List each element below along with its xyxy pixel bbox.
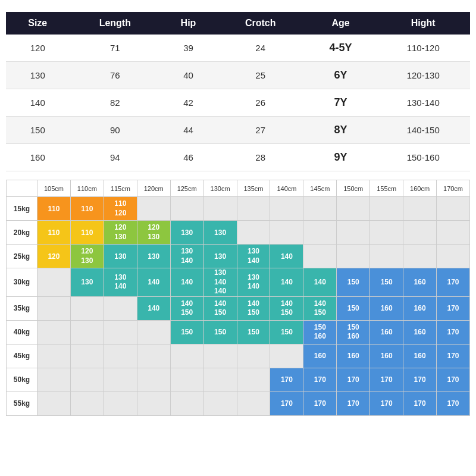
grid-cell: 140150 <box>237 296 270 320</box>
grid-cell: 130 <box>203 245 237 268</box>
grid-weight-label: 45kg <box>7 344 37 368</box>
cell-hip: 40 <box>161 62 216 89</box>
cell-crotch: 26 <box>216 89 305 117</box>
grid-cell <box>37 320 71 344</box>
grid-cell: 130 <box>104 245 137 268</box>
cell-length: 94 <box>69 144 161 171</box>
grid-cell <box>303 221 337 245</box>
cell-crotch: 25 <box>216 62 305 89</box>
grid-cell: 130140 <box>104 268 137 297</box>
grid-cell: 120130 <box>70 245 104 268</box>
grid-cell: 170 <box>437 344 470 368</box>
grid-row: 50kg170170170170170170 <box>7 368 470 392</box>
grid-cell: 110 <box>70 197 104 221</box>
grid-cell: 160 <box>370 320 403 344</box>
grid-weight-label: 40kg <box>7 320 37 344</box>
grid-cell <box>337 245 370 268</box>
grid-cell <box>437 221 470 245</box>
grid-cell <box>270 344 303 368</box>
grid-cell: 160 <box>337 344 370 368</box>
grid-cell <box>70 344 104 368</box>
cell-age: 7Y <box>305 89 377 117</box>
cell-age: 4-5Y <box>305 35 377 62</box>
table-row: 1509044278Y140-150 <box>6 117 470 144</box>
grid-cell <box>170 392 203 415</box>
grid-cell: 170 <box>370 368 403 392</box>
grid-cell <box>237 221 270 245</box>
cell-hip: 39 <box>161 35 216 62</box>
cell-size: 130 <box>6 62 69 89</box>
grid-cell <box>170 197 203 221</box>
col-header-hight: Hight <box>376 12 470 35</box>
grid-cell <box>104 296 137 320</box>
grid-cell: 170 <box>303 368 337 392</box>
grid-cell <box>137 197 170 221</box>
grid-cell: 120130 <box>104 221 137 245</box>
cell-hip: 44 <box>161 117 216 144</box>
grid-row: 45kg160160160160170 <box>7 344 470 368</box>
cell-age: 6Y <box>305 62 377 89</box>
grid-cell: 170 <box>337 368 370 392</box>
grid-height-header: 140cm <box>270 180 303 197</box>
grid-cell: 170 <box>437 392 470 415</box>
cell-size: 160 <box>6 144 69 171</box>
cell-size: 150 <box>6 117 69 144</box>
grid-cell <box>370 221 403 245</box>
grid-cell: 140 <box>137 296 170 320</box>
grid-cell: 140 <box>170 268 203 297</box>
grid-cell: 140 <box>270 268 303 297</box>
grid-cell: 160 <box>403 320 437 344</box>
cell-age: 9Y <box>305 144 377 171</box>
cell-hight: 120-130 <box>376 62 470 89</box>
table-row: 1408242267Y130-140 <box>6 89 470 117</box>
grid-cell: 130 <box>137 245 170 268</box>
cell-age: 8Y <box>305 117 377 144</box>
grid-cell <box>37 268 71 297</box>
grid-cell <box>137 368 170 392</box>
grid-height-header: 170cm <box>437 180 470 197</box>
col-header-length: Length <box>69 12 161 35</box>
grid-cell <box>237 392 270 415</box>
grid-cell <box>337 221 370 245</box>
cell-hip: 42 <box>161 89 216 117</box>
cell-length: 82 <box>69 89 161 117</box>
grid-cell: 130 <box>203 221 237 245</box>
grid-cell: 170 <box>437 296 470 320</box>
grid-cell <box>403 221 437 245</box>
grid-row: 40kg150150150150150160150160160160170 <box>7 320 470 344</box>
grid-cell <box>437 197 470 221</box>
table-row: 1609446289Y150-160 <box>6 144 470 171</box>
grid-cell: 170 <box>437 320 470 344</box>
grid-height-header: 145cm <box>303 180 337 197</box>
cell-hight: 130-140 <box>376 89 470 117</box>
grid-cell <box>170 344 203 368</box>
cell-length: 76 <box>69 62 161 89</box>
grid-cell: 120130 <box>137 221 170 245</box>
grid-cell <box>37 368 71 392</box>
cell-size: 120 <box>6 35 69 62</box>
grid-cell <box>137 320 170 344</box>
col-header-hip: Hip <box>161 12 216 35</box>
grid-cell: 110 <box>37 221 71 245</box>
grid-cell: 170 <box>270 368 303 392</box>
grid-row: 55kg170170170170170170 <box>7 392 470 415</box>
grid-cell: 170 <box>403 392 437 415</box>
grid-cell: 110 <box>37 197 71 221</box>
cell-crotch: 24 <box>216 35 305 62</box>
grid-cell: 170 <box>437 268 470 297</box>
grid-height-header: 115cm <box>104 180 137 197</box>
grid-cell <box>403 197 437 221</box>
grid-row: 35kg140140150140150140150140150140150150… <box>7 296 470 320</box>
cell-hight: 110-120 <box>376 35 470 62</box>
grid-cell <box>370 245 403 268</box>
grid-table: 105cm110cm115cm120cm125cm130cm135cm140cm… <box>6 180 470 416</box>
grid-height-header: 120cm <box>137 180 170 197</box>
grid-cell <box>104 344 137 368</box>
grid-cell: 160 <box>403 268 437 297</box>
grid-cell <box>303 197 337 221</box>
grid-cell: 140 <box>270 245 303 268</box>
grid-cell: 140150 <box>203 296 237 320</box>
grid-cell <box>203 392 237 415</box>
grid-row: 15kg110110110120 <box>7 197 470 221</box>
grid-cell <box>37 392 71 415</box>
